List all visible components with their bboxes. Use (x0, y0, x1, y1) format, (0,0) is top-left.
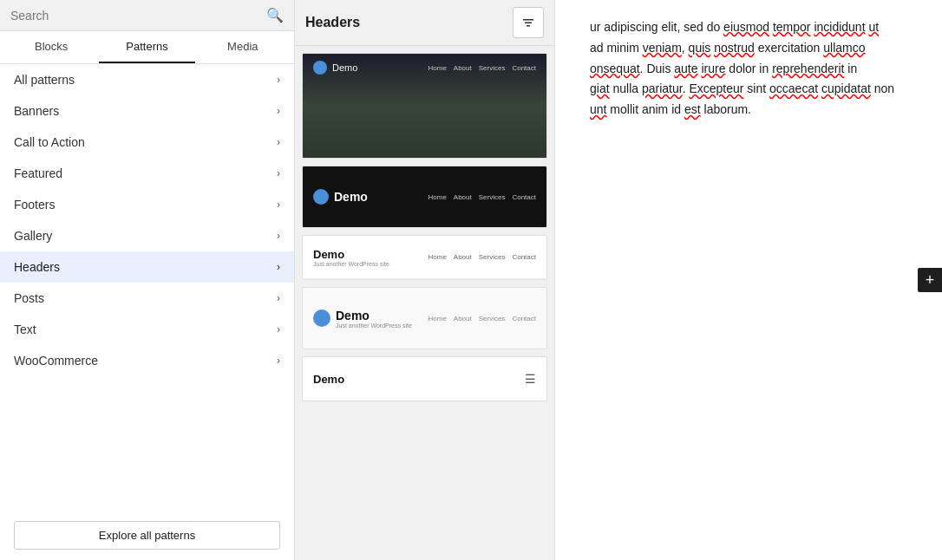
nav-item-label: Posts (14, 291, 44, 305)
nav-item-label: Call to Action (14, 135, 85, 149)
patterns-header: Headers (295, 0, 554, 46)
chevron-right-icon: › (277, 230, 280, 242)
filter-icon (521, 16, 535, 29)
logo-circle-icon (313, 61, 327, 75)
nav-item-text[interactable]: Text › (0, 314, 294, 345)
text-segment-4: giat nulla pariatur. Excepteur sint occa… (590, 81, 894, 95)
patterns-title: Headers (305, 15, 360, 30)
right-panel: ur adipiscing elit, sed do eiusmod tempo… (555, 0, 942, 560)
nav-item-label: Footers (14, 198, 55, 212)
logo-sub: Just another WordPress site (336, 322, 412, 329)
tabs-bar: Blocks Patterns Media (0, 31, 294, 64)
tab-media[interactable]: Media (195, 31, 291, 63)
svg-rect-1 (525, 23, 532, 24)
nav-item-headers[interactable]: Headers › (0, 251, 294, 283)
editor-content: ur adipiscing elit, sed do eiusmod tempo… (590, 17, 907, 120)
logo-text: Demo (334, 190, 368, 204)
nav-links: HomeAboutServicesContact (428, 64, 536, 72)
logo-sub: Just another WordPress site (313, 261, 389, 267)
menu-icon: ☰ (525, 372, 536, 386)
chevron-right-icon: › (277, 355, 280, 367)
logo-text: Demo (332, 62, 357, 73)
chevron-right-icon: › (277, 136, 280, 148)
logo: Demo Just another WordPress site (313, 248, 389, 267)
search-bar: 🔍 (0, 0, 294, 31)
search-icon[interactable]: 🔍 (266, 7, 284, 23)
nav-item-all-patterns[interactable]: All patterns › (0, 64, 294, 95)
logo-text: Demo (313, 373, 344, 386)
nav-item-footers[interactable]: Footers › (0, 189, 294, 220)
nav-links: HomeAboutServicesContact (428, 315, 536, 322)
text-segment-3: onsequat. Duis aute irure dolor in repre… (590, 62, 857, 75)
nav-item-label: Featured (14, 166, 62, 180)
search-input[interactable] (10, 9, 266, 23)
logo-text: Demo (336, 309, 412, 322)
svg-rect-2 (527, 25, 530, 27)
nav-item-label: All patterns (14, 73, 75, 87)
nav-item-label: Text (14, 322, 36, 336)
logo: Demo Just another WordPress site (313, 309, 412, 329)
tab-patterns[interactable]: Patterns (99, 31, 194, 63)
nav-item-featured[interactable]: Featured › (0, 158, 294, 189)
logo: Demo (313, 189, 368, 205)
explore-all-patterns-button[interactable]: Explore all patterns (14, 521, 280, 550)
pattern-card-white[interactable]: Demo Just another WordPress site HomeAbo… (302, 235, 547, 280)
nav-item-gallery[interactable]: Gallery › (0, 220, 294, 251)
left-panel: 🔍 Blocks Patterns Media All patterns › B… (0, 0, 295, 560)
chevron-right-icon: › (277, 105, 280, 117)
svg-rect-0 (523, 19, 533, 21)
pattern-card-black[interactable]: Demo HomeAboutServicesContact (302, 166, 547, 228)
nav-item-call-to-action[interactable]: Call to Action › (0, 127, 294, 158)
nav-item-posts[interactable]: Posts › (0, 283, 294, 314)
nav-links: HomeAboutServicesContact (428, 193, 536, 201)
middle-panel: Headers Demo HomeAboutServicesContac (295, 0, 555, 560)
nav-links: HomeAboutServicesContact (428, 253, 536, 261)
nav-item-label: WooCommerce (14, 354, 98, 368)
logo-circle-icon (313, 309, 330, 327)
chevron-right-icon: › (277, 261, 280, 273)
nav-item-woocommerce[interactable]: WooCommerce › (0, 345, 294, 376)
filter-button[interactable] (513, 7, 544, 38)
pattern-card-light[interactable]: Demo Just another WordPress site HomeAbo… (302, 287, 547, 349)
logo-circle-icon (313, 189, 329, 205)
nav-item-label: Gallery (14, 229, 52, 243)
nav-item-label: Banners (14, 104, 59, 118)
pattern-card-minimal[interactable]: Demo ☰ (302, 356, 547, 401)
nav-item-label: Headers (14, 260, 60, 274)
text-segment-1: ur adipiscing elit, sed do eiusmod tempo… (590, 20, 879, 34)
chevron-right-icon: › (277, 167, 280, 179)
chevron-right-icon: › (277, 292, 280, 304)
nav-item-banners[interactable]: Banners › (0, 95, 294, 127)
add-block-button[interactable]: + (918, 268, 942, 292)
chevron-right-icon: › (277, 199, 280, 211)
pattern-card-dark[interactable]: Demo HomeAboutServicesContact (302, 53, 547, 159)
nav-list: All patterns › Banners › Call to Action … (0, 64, 294, 511)
text-segment-2: ad minim veniam, quis nostrud exercitati… (590, 41, 866, 55)
text-segment-5: unt mollit anim id est laborum. (590, 102, 751, 116)
chevron-right-icon: › (277, 74, 280, 86)
tab-blocks[interactable]: Blocks (3, 31, 99, 63)
logo-text: Demo (313, 248, 389, 261)
pattern-list: Demo HomeAboutServicesContact Demo HomeA… (295, 46, 554, 560)
chevron-right-icon: › (277, 323, 280, 335)
